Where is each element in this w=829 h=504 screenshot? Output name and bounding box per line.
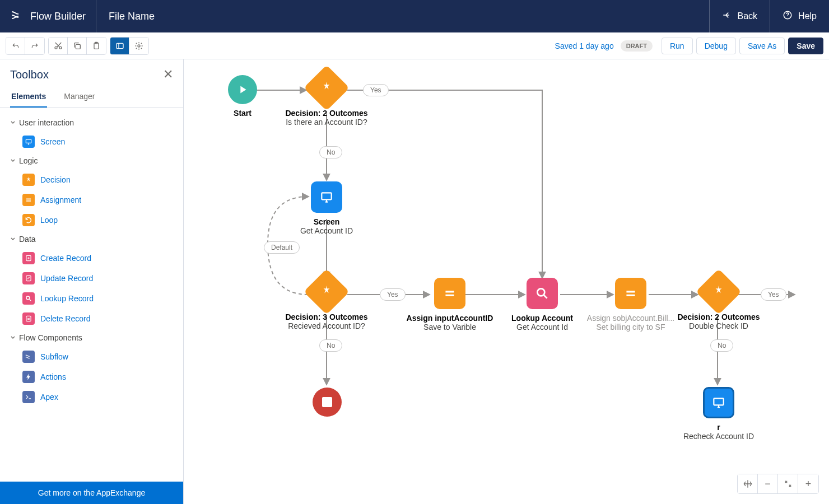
- svg-point-2: [59, 46, 62, 49]
- group-header[interactable]: Data: [0, 230, 183, 248]
- flow-canvas[interactable]: Yes No Default Yes No Yes No Start Decis…: [184, 59, 829, 504]
- toolbox-item-update[interactable]: Update Record: [0, 268, 183, 288]
- toggle-toolbox-button[interactable]: [110, 38, 129, 54]
- toolbox-item-label: Subflow: [40, 352, 68, 361]
- node-decision-1[interactable]: Decision: 2 Outcomes Is there an Account…: [279, 72, 374, 127]
- settings-button[interactable]: [129, 38, 148, 54]
- node-screen-2[interactable]: r Recheck Account ID: [671, 387, 766, 441]
- arrow-left-icon: [722, 10, 732, 22]
- update-icon: [22, 272, 35, 284]
- group-header[interactable]: Logic: [0, 152, 183, 170]
- toolbox-item-assignment[interactable]: Assignment: [0, 190, 183, 210]
- save-button[interactable]: Save: [788, 38, 823, 54]
- file-name[interactable]: File Name: [96, 11, 709, 22]
- group-label: Flow Components: [19, 333, 82, 342]
- toolbox-item-actions[interactable]: Actions: [0, 367, 183, 387]
- brand-label: Flow Builder: [30, 11, 86, 22]
- saved-status: Saved 1 day ago: [555, 41, 614, 50]
- node-assign-2[interactable]: Assign sobjAccount.Bill... Set billing c…: [580, 278, 681, 332]
- apex-icon: [22, 391, 35, 403]
- zoom-out-button[interactable]: −: [758, 474, 778, 493]
- debug-button[interactable]: Debug: [696, 38, 736, 54]
- run-button[interactable]: Run: [662, 38, 693, 54]
- toolbox-item-label: Apex: [40, 393, 58, 402]
- svg-point-1: [55, 46, 57, 49]
- node-assign-1[interactable]: Assign inputAccountID Save to Varible: [399, 278, 500, 332]
- group-label: User interaction: [19, 118, 74, 127]
- toolbox-item-subflow[interactable]: Subflow: [0, 347, 183, 367]
- svg-rect-8: [26, 139, 31, 143]
- zoom-fit-button[interactable]: [778, 474, 798, 493]
- chevron-down-icon: [10, 333, 16, 342]
- toolbox-item-lookup[interactable]: Lookup Record: [0, 288, 183, 309]
- svg-rect-13: [322, 193, 331, 199]
- help-label: Help: [798, 11, 817, 21]
- flow-logo-icon: [10, 8, 24, 24]
- toolbox-title: Toolbox: [10, 68, 49, 81]
- copy-button[interactable]: [68, 38, 87, 54]
- svg-point-14: [537, 288, 544, 296]
- toolbar: Saved 1 day ago DRAFT Run Debug Save As …: [0, 32, 829, 59]
- close-icon[interactable]: ✕: [163, 67, 173, 82]
- cut-button[interactable]: [49, 38, 68, 54]
- svg-point-11: [26, 296, 30, 300]
- paste-button[interactable]: [87, 38, 106, 54]
- toolbox-item-screen[interactable]: Screen: [0, 132, 183, 152]
- group-label: Data: [19, 235, 36, 244]
- appexchange-button[interactable]: Get more on the AppExchange: [0, 482, 183, 504]
- back-label: Back: [738, 11, 758, 21]
- decision-icon: [22, 174, 35, 186]
- toolbox-item-label: Delete Record: [40, 314, 91, 323]
- tab-elements[interactable]: Elements: [10, 86, 47, 108]
- top-bar: Flow Builder File Name Back Help: [0, 0, 829, 32]
- back-button[interactable]: Back: [709, 0, 770, 32]
- toolbox-item-label: Lookup Record: [40, 294, 94, 303]
- zoom-in-button[interactable]: +: [798, 474, 818, 493]
- help-button[interactable]: Help: [770, 0, 829, 32]
- group-header[interactable]: Flow Components: [0, 329, 183, 347]
- toolbox-item-label: Actions: [40, 372, 66, 381]
- group-label: Logic: [19, 156, 38, 165]
- node-lookup[interactable]: Lookup Account Get Account Id: [506, 278, 579, 332]
- svg-rect-3: [76, 44, 80, 49]
- toolbox-item-label: Assignment: [40, 195, 81, 204]
- draft-badge: DRAFT: [621, 40, 653, 52]
- node-stop[interactable]: [311, 388, 342, 421]
- node-decision-3[interactable]: Decision: 2 Outcomes Double Check ID: [671, 276, 766, 330]
- group-header[interactable]: User interaction: [0, 114, 183, 132]
- svg-rect-6: [117, 43, 123, 48]
- brand: Flow Builder: [0, 0, 96, 32]
- edge-label-no: No: [319, 146, 342, 158]
- pan-button[interactable]: [738, 474, 758, 493]
- node-start[interactable]: Start: [212, 75, 273, 118]
- toolbox-item-label: Update Record: [40, 274, 93, 283]
- save-as-button[interactable]: Save As: [739, 38, 785, 54]
- zoom-controls: − +: [737, 474, 819, 494]
- toolbox-item-create[interactable]: Create Record: [0, 248, 183, 268]
- question-icon: [783, 10, 793, 22]
- edge-label-default: Default: [264, 241, 300, 254]
- node-screen-1[interactable]: Screen Get Account ID: [287, 181, 366, 235]
- toolbox-item-decision[interactable]: Decision: [0, 170, 183, 190]
- toolbox-item-apex[interactable]: Apex: [0, 387, 183, 407]
- subflow-icon: [22, 351, 35, 363]
- tab-manager[interactable]: Manager: [63, 86, 96, 108]
- chevron-down-icon: [10, 235, 16, 244]
- loop-icon: [22, 214, 35, 226]
- node-decision-2[interactable]: Decision: 3 Outcomes Recieved Account ID…: [279, 276, 374, 330]
- toolbox-item-label: Screen: [40, 137, 65, 146]
- actions-icon: [22, 371, 35, 383]
- edge-label-no: No: [710, 339, 733, 352]
- chevron-down-icon: [10, 118, 16, 127]
- svg-rect-15: [714, 398, 723, 405]
- redo-button[interactable]: [25, 38, 44, 54]
- assignment-icon: [22, 194, 35, 206]
- toolbox-panel: Toolbox ✕ Elements Manager User interact…: [0, 59, 184, 504]
- toolbox-item-loop[interactable]: Loop: [0, 210, 183, 230]
- toolbox-item-label: Create Record: [40, 254, 91, 263]
- delete-icon: [22, 312, 35, 325]
- toolbox-item-delete[interactable]: Delete Record: [0, 309, 183, 329]
- chevron-down-icon: [10, 156, 16, 165]
- create-icon: [22, 252, 35, 264]
- undo-button[interactable]: [6, 38, 25, 54]
